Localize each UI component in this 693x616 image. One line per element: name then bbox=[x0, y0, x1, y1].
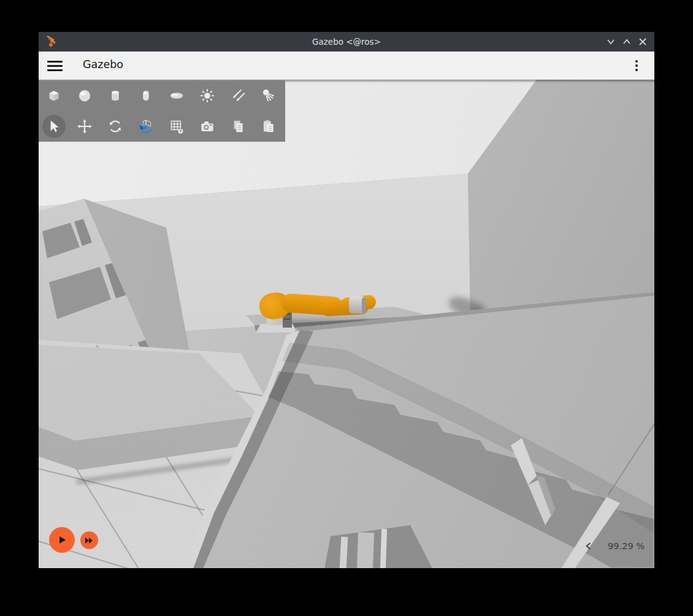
translate-tool-button[interactable] bbox=[69, 111, 100, 142]
copy-icon bbox=[229, 118, 247, 135]
toolbar-row-shapes bbox=[39, 80, 285, 111]
insert-point-light-button[interactable] bbox=[192, 80, 223, 111]
chevron-up-icon bbox=[622, 37, 631, 46]
window-title: Gazebo <@ros> bbox=[39, 37, 654, 47]
insert-directional-light-button[interactable] bbox=[223, 80, 253, 111]
maximize-button[interactable] bbox=[621, 36, 632, 47]
minimize-button[interactable] bbox=[605, 36, 616, 47]
cylinder-shape-icon bbox=[107, 87, 124, 104]
ellipsoid-shape-icon bbox=[168, 87, 185, 104]
robot-connector-detail bbox=[284, 318, 291, 320]
select-tool-button[interactable] bbox=[39, 111, 69, 142]
sphere-shape-icon bbox=[76, 87, 93, 104]
rotate-icon bbox=[107, 118, 124, 135]
title-bar: Gazebo <@ros> bbox=[39, 32, 654, 52]
select-arrow-icon bbox=[45, 118, 63, 135]
chevron-down-icon bbox=[607, 37, 615, 46]
copy-button[interactable] bbox=[223, 111, 253, 142]
gazebo-window: Gazebo <@ros> Gazebo bbox=[39, 32, 654, 568]
step-forward-icon bbox=[85, 537, 94, 544]
robot-end-face bbox=[362, 298, 366, 313]
point-light-icon bbox=[199, 87, 216, 104]
paste-button[interactable] bbox=[253, 111, 284, 142]
insert-ellipsoid-button[interactable] bbox=[161, 80, 192, 111]
align-tool-button[interactable] bbox=[131, 111, 161, 142]
real-time-factor-value: 99.29 % bbox=[608, 541, 645, 551]
chevron-left-icon[interactable] bbox=[585, 542, 592, 550]
toolbar-row-tools bbox=[39, 111, 285, 142]
app-bar: Gazebo bbox=[39, 52, 654, 80]
insert-box-button[interactable] bbox=[39, 80, 69, 111]
scene-3d-viewport[interactable]: 99.29 % bbox=[39, 80, 654, 568]
insert-sphere-button[interactable] bbox=[69, 80, 100, 111]
spot-light-icon bbox=[260, 87, 277, 104]
rotate-tool-button[interactable] bbox=[100, 111, 131, 142]
real-time-factor-display: 99.29 % bbox=[585, 541, 645, 551]
screenshot-camera-icon bbox=[199, 118, 216, 135]
paste-icon bbox=[260, 118, 277, 135]
capsule-shape-icon bbox=[137, 87, 155, 104]
snap-grid-icon bbox=[168, 118, 185, 135]
close-icon bbox=[638, 37, 647, 46]
insert-capsule-button[interactable] bbox=[131, 80, 161, 111]
table-leg bbox=[357, 533, 374, 568]
play-icon bbox=[56, 534, 67, 545]
app-title: Gazebo bbox=[83, 58, 123, 71]
scene-toolbar bbox=[39, 80, 285, 142]
kebab-menu-button[interactable] bbox=[630, 58, 643, 73]
hamburger-menu-button[interactable] bbox=[47, 58, 63, 73]
play-button[interactable] bbox=[49, 527, 75, 553]
insert-cylinder-button[interactable] bbox=[100, 80, 131, 111]
translate-icon bbox=[76, 118, 93, 135]
screenshot-button[interactable] bbox=[192, 111, 223, 142]
step-button[interactable] bbox=[80, 531, 98, 549]
directional-light-icon bbox=[229, 87, 247, 104]
snap-grid-button[interactable] bbox=[161, 111, 192, 142]
insert-spot-light-button[interactable] bbox=[253, 80, 284, 111]
close-button[interactable] bbox=[637, 36, 648, 47]
align-tool-icon bbox=[137, 118, 155, 135]
box-shape-icon bbox=[45, 87, 63, 104]
